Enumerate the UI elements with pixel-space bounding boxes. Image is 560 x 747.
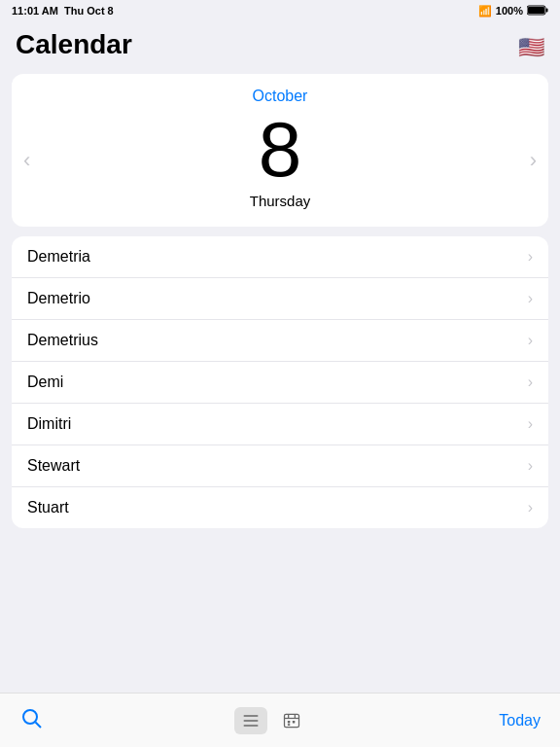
svg-rect-1 xyxy=(546,8,548,12)
svg-rect-2 xyxy=(528,7,544,14)
svg-rect-8 xyxy=(284,714,298,727)
tab-bar: Today xyxy=(0,693,560,747)
chevron-right-icon: › xyxy=(528,248,533,266)
list-item[interactable]: Demi › xyxy=(12,362,548,404)
app-header: Calendar 🇺🇸 xyxy=(0,21,560,66)
svg-rect-6 xyxy=(243,720,258,722)
today-button[interactable]: Today xyxy=(499,712,541,729)
svg-rect-5 xyxy=(243,715,258,717)
chevron-right-icon: › xyxy=(528,290,533,307)
svg-line-4 xyxy=(36,723,42,729)
status-icons: 📶 100% xyxy=(478,5,548,18)
app-title: Calendar xyxy=(16,29,132,60)
status-bar: 11:01 AM Thu Oct 8 📶 100% xyxy=(0,0,560,21)
view-toggle-group xyxy=(234,707,308,734)
day-name: Thursday xyxy=(51,193,509,209)
chevron-right-icon: › xyxy=(528,499,533,516)
name-text: Dimitri xyxy=(27,415,71,433)
battery-icon xyxy=(527,5,548,18)
list-item[interactable]: Demetrio › xyxy=(12,278,548,320)
prev-month-button[interactable]: ‹ xyxy=(23,148,30,173)
list-view-button[interactable] xyxy=(234,707,267,734)
svg-rect-7 xyxy=(243,725,258,727)
battery-percentage: 100% xyxy=(496,5,523,17)
status-time-date: 11:01 AM Thu Oct 8 xyxy=(12,5,114,17)
calendar-card: October ‹ 8 Thursday › xyxy=(12,74,548,227)
day-number: 8 xyxy=(51,111,509,189)
date-display: ‹ 8 Thursday › xyxy=(12,111,548,209)
svg-rect-12 xyxy=(287,721,290,724)
list-item[interactable]: Demetrius › xyxy=(12,320,548,362)
next-month-button[interactable]: › xyxy=(530,148,537,173)
list-item[interactable]: Demetria › xyxy=(12,236,548,278)
calendar-view-button[interactable] xyxy=(275,707,308,734)
list-item[interactable]: Dimitri › xyxy=(12,404,548,445)
name-text: Demetrio xyxy=(27,290,90,307)
list-item[interactable]: Stewart › xyxy=(12,445,548,487)
name-text: Stewart xyxy=(27,457,80,475)
month-label: October xyxy=(12,88,548,105)
name-text: Demetrius xyxy=(27,332,98,349)
flag-icon: 🇺🇸 xyxy=(518,35,544,60)
search-tab-button[interactable] xyxy=(19,706,43,734)
svg-point-3 xyxy=(23,710,37,724)
svg-rect-13 xyxy=(292,721,295,724)
name-text: Demi xyxy=(27,374,63,391)
chevron-right-icon: › xyxy=(528,332,533,349)
list-item[interactable]: Stuart › xyxy=(12,487,548,528)
wifi-icon: 📶 xyxy=(478,5,492,18)
name-text: Stuart xyxy=(27,499,69,516)
chevron-right-icon: › xyxy=(528,374,533,391)
name-text: Demetria xyxy=(27,248,90,266)
svg-rect-14 xyxy=(287,724,290,726)
chevron-right-icon: › xyxy=(528,415,533,433)
names-list: Demetria › Demetrio › Demetrius › Demi ›… xyxy=(12,236,548,528)
chevron-right-icon: › xyxy=(528,457,533,475)
